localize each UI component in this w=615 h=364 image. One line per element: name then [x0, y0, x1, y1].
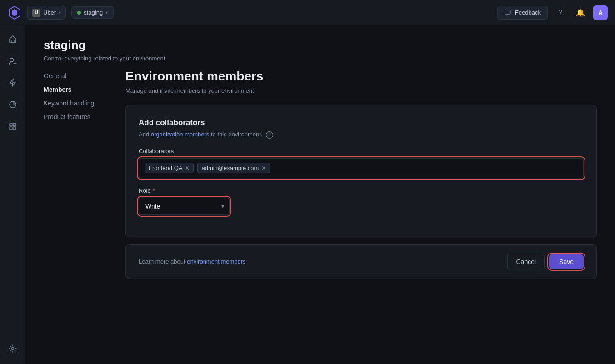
collaborators-input[interactable]: Frontend QA ✕ admin@example.com ✕ [139, 158, 584, 178]
card-desc-suffix: to this environment. [209, 131, 262, 138]
sidebar-item-grid[interactable] [4, 118, 22, 136]
env-chevron-icon: ▾ [105, 10, 108, 15]
org-members-link[interactable]: organization members [151, 131, 210, 138]
role-select-wrapper: Write Read Admin Owner ▾ [139, 198, 230, 215]
sidebar-item-features[interactable] [4, 75, 22, 93]
left-nav-item-product-features[interactable]: Product features [44, 110, 125, 124]
env-name: staging [84, 9, 103, 16]
role-label-text: Role [139, 187, 151, 194]
left-nav-item-keyword-handling[interactable]: Keyword handling [44, 96, 125, 110]
svg-point-4 [10, 58, 14, 62]
card-desc-prefix: Add [139, 131, 151, 138]
sidebar-item-add[interactable] [4, 53, 22, 71]
sidebar [0, 25, 25, 364]
tag-text: admin@example.com [201, 165, 259, 171]
save-button[interactable]: Save [549, 254, 584, 269]
bottom-text-prefix: Learn more about [139, 258, 187, 265]
add-user-icon [8, 56, 17, 68]
feedback-button[interactable]: Feedback [497, 6, 548, 20]
svg-rect-9 [13, 127, 16, 130]
required-indicator: * [153, 187, 155, 194]
org-selector[interactable]: U Uber ▾ [27, 6, 66, 20]
grid-icon [8, 122, 17, 133]
chart-icon [8, 100, 17, 111]
svg-rect-3 [11, 40, 14, 43]
card-title: Add collaborators [139, 118, 584, 127]
feedback-icon [504, 9, 511, 16]
cancel-button[interactable]: Cancel [507, 254, 545, 269]
left-nav-item-members[interactable]: Members [44, 83, 125, 96]
card-desc: Add organization members to this environ… [139, 131, 584, 139]
svg-rect-6 [10, 123, 12, 126]
tag-remove-admin-email[interactable]: ✕ [261, 165, 266, 171]
bottom-bar-text: Learn more about environment members [139, 258, 246, 265]
main-content: Environment members Manage and invite me… [125, 69, 615, 364]
org-chevron-icon: ▾ [59, 10, 61, 15]
lightning-icon [8, 78, 17, 90]
collaborators-label: Collaborators [139, 148, 584, 155]
user-avatar-initial: A [598, 9, 603, 16]
content-area: staging Control everything related to yo… [25, 25, 615, 364]
two-col-layout: General Members Keyword handling Product… [25, 69, 615, 364]
page-title: staging [44, 38, 597, 52]
env-members-link[interactable]: environment members [187, 258, 245, 265]
tag-frontend-qa: Frontend QA ✕ [145, 163, 194, 173]
role-select[interactable]: Write Read Admin Owner [139, 198, 230, 215]
left-nav: General Members Keyword handling Product… [25, 69, 125, 364]
sidebar-item-analytics[interactable] [4, 96, 22, 115]
svg-rect-7 [13, 123, 16, 126]
feedback-label: Feedback [515, 9, 541, 16]
settings-icon [8, 344, 17, 355]
page-subtitle: Control everything related to your envir… [44, 55, 597, 62]
tag-remove-frontend-qa[interactable]: ✕ [185, 165, 190, 171]
tag-admin-email: admin@example.com ✕ [197, 163, 270, 173]
svg-marker-1 [12, 9, 17, 16]
sidebar-item-home[interactable] [4, 31, 22, 49]
svg-point-10 [11, 347, 14, 349]
env-status-dot [77, 11, 81, 15]
env-selector[interactable]: staging ▾ [71, 6, 114, 19]
logo [7, 5, 22, 20]
bell-icon: 🔔 [576, 8, 585, 17]
section-title: Environment members [125, 69, 597, 84]
org-name: Uber [43, 9, 56, 16]
svg-rect-8 [10, 127, 12, 130]
home-icon [8, 35, 17, 46]
notifications-button[interactable]: 🔔 [573, 5, 588, 20]
help-button[interactable]: ? [553, 5, 568, 20]
role-label: Role * [139, 187, 584, 194]
bottom-bar: Learn more about environment members Can… [125, 244, 597, 279]
left-nav-item-general[interactable]: General [44, 69, 125, 83]
help-circle-icon[interactable]: ? [266, 131, 273, 139]
main-layout: staging Control everything related to yo… [0, 25, 615, 364]
page-header: staging Control everything related to yo… [25, 25, 615, 69]
tag-text: Frontend QA [149, 165, 182, 171]
org-avatar: U [32, 9, 40, 17]
sidebar-item-settings[interactable] [4, 340, 22, 359]
svg-rect-2 [505, 10, 510, 14]
user-menu-button[interactable]: A [593, 5, 608, 20]
topbar: U Uber ▾ staging ▾ Feedback ? 🔔 A [0, 0, 615, 25]
section-desc: Manage and invite members to your enviro… [125, 87, 597, 94]
help-icon: ? [559, 9, 563, 17]
role-field: Role * Write Read Admin Owner ▾ [139, 187, 584, 215]
collaborators-field: Collaborators Frontend QA ✕ admin@exampl… [139, 148, 584, 178]
bottom-bar-actions: Cancel Save [507, 254, 584, 269]
add-collaborators-card: Add collaborators Add organization membe… [125, 105, 597, 237]
